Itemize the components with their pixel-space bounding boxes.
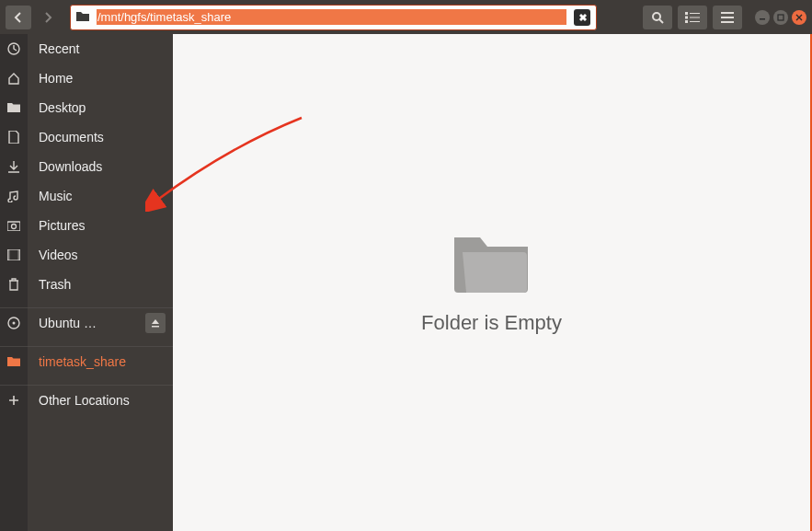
pictures-icon-slot[interactable] <box>0 211 28 240</box>
sidebar-item-recent[interactable]: Recent <box>28 34 173 63</box>
sidebar-item-videos[interactable]: Videos <box>28 240 173 270</box>
clear-location-button[interactable] <box>574 9 590 26</box>
sidebar-item-documents[interactable]: Documents <box>28 122 173 152</box>
chevron-left-icon <box>13 12 24 23</box>
location-bar[interactable]: /mnt/hgfs/timetask_share <box>70 5 597 30</box>
sidebar-item-label: Trash <box>39 277 71 292</box>
plus-icon <box>8 395 19 406</box>
close-button[interactable] <box>792 10 806 25</box>
sidebar-item-downloads[interactable]: Downloads <box>28 152 173 181</box>
window-controls <box>755 10 806 25</box>
documents-icon-slot[interactable] <box>0 122 28 152</box>
svg-rect-9 <box>721 17 734 18</box>
hamburger-menu-button[interactable] <box>713 6 742 29</box>
search-icon <box>651 11 664 24</box>
sidebar-item-label: Other Locations <box>39 393 130 408</box>
empty-state: Folder is Empty <box>421 230 562 335</box>
music-icon-slot[interactable] <box>0 181 28 211</box>
svg-rect-14 <box>7 222 20 231</box>
forward-button <box>35 6 61 29</box>
maximize-button[interactable] <box>773 10 788 25</box>
svg-rect-11 <box>760 18 765 20</box>
downloads-icon-slot[interactable] <box>0 152 28 181</box>
camera-icon <box>7 220 20 231</box>
toolbar-buttons <box>643 6 742 29</box>
list-view-icon <box>685 12 700 23</box>
svg-rect-5 <box>690 17 700 17</box>
sidebar-item-label: timetask_share <box>39 354 126 369</box>
folder-icon <box>76 9 89 26</box>
sidebar-item-label: Documents <box>39 130 104 144</box>
location-text[interactable]: /mnt/hgfs/timetask_share <box>97 9 566 25</box>
download-icon <box>7 160 20 173</box>
folder-icon <box>7 356 20 367</box>
annotation-arrow <box>145 110 329 212</box>
search-button[interactable] <box>643 6 672 29</box>
svg-rect-10 <box>721 21 734 23</box>
sidebar-item-timetask-share[interactable]: timetask_share <box>28 347 173 376</box>
chevron-right-icon <box>42 12 53 23</box>
sidebar-item-label: Recent <box>39 41 79 56</box>
film-icon <box>7 249 20 260</box>
svg-rect-3 <box>690 13 700 14</box>
sidebar-item-other-locations[interactable]: Other Locations <box>28 386 173 415</box>
sidebar: Recent Home Desktop Documents Downloads … <box>28 34 173 531</box>
sidebar-item-label: Desktop <box>39 100 86 115</box>
svg-line-1 <box>659 19 663 23</box>
svg-rect-12 <box>778 15 783 20</box>
minimize-button[interactable] <box>755 10 770 25</box>
back-button[interactable] <box>6 6 31 29</box>
mount-icon-slot[interactable] <box>0 347 28 376</box>
svg-rect-4 <box>685 16 688 18</box>
recent-icon[interactable] <box>0 34 28 63</box>
svg-rect-17 <box>7 249 10 260</box>
toolbar: /mnt/hgfs/timetask_share <box>0 0 812 34</box>
svg-rect-18 <box>18 249 21 260</box>
desktop-icon-slot[interactable] <box>0 93 28 122</box>
close-icon <box>795 14 803 21</box>
sidebar-item-trash[interactable]: Trash <box>28 270 173 299</box>
music-icon <box>7 190 20 202</box>
videos-icon-slot[interactable] <box>0 240 28 270</box>
other-locations-icon-slot[interactable] <box>0 386 28 415</box>
folder-icon <box>7 102 20 113</box>
sidebar-item-label: Pictures <box>39 218 86 233</box>
eject-icon <box>151 318 160 328</box>
sidebar-item-label: Music <box>39 189 73 203</box>
maximize-icon <box>777 14 784 21</box>
home-icon <box>7 72 20 85</box>
sidebar-item-label: Home <box>39 71 73 86</box>
svg-rect-6 <box>685 20 688 23</box>
svg-rect-8 <box>721 12 734 14</box>
sidebar-item-label: Ubuntu … <box>39 316 97 330</box>
sidebar-item-label: Downloads <box>39 159 102 174</box>
sidebar-item-ubuntu-disc[interactable]: Ubuntu … <box>28 308 173 338</box>
sidebar-item-music[interactable]: Music <box>28 181 173 211</box>
hamburger-icon <box>721 12 734 23</box>
clock-icon <box>7 42 20 55</box>
document-icon <box>8 131 19 144</box>
view-toggle-button[interactable] <box>678 6 707 29</box>
sidebar-icon-rail <box>0 34 28 531</box>
empty-message: Folder is Empty <box>421 311 562 335</box>
content-pane: Folder is Empty <box>173 34 812 531</box>
main-area: Recent Home Desktop Documents Downloads … <box>0 34 812 531</box>
svg-rect-7 <box>690 21 700 22</box>
sidebar-item-label: Videos <box>39 248 78 262</box>
minimize-icon <box>759 14 766 21</box>
svg-point-20 <box>13 322 16 325</box>
sidebar-item-home[interactable]: Home <box>28 63 173 93</box>
sidebar-item-pictures[interactable]: Pictures <box>28 211 173 240</box>
svg-rect-2 <box>685 12 688 15</box>
svg-point-0 <box>653 13 660 20</box>
svg-point-15 <box>12 225 17 229</box>
home-icon-slot[interactable] <box>0 63 28 93</box>
trash-icon <box>8 278 19 291</box>
disc-icon-slot[interactable] <box>0 308 28 338</box>
eject-button[interactable] <box>145 313 166 333</box>
trash-icon-slot[interactable] <box>0 270 28 299</box>
sidebar-item-desktop[interactable]: Desktop <box>28 93 173 122</box>
disc-icon <box>7 317 20 329</box>
backspace-x-icon <box>578 13 587 22</box>
empty-folder-icon <box>450 230 532 296</box>
